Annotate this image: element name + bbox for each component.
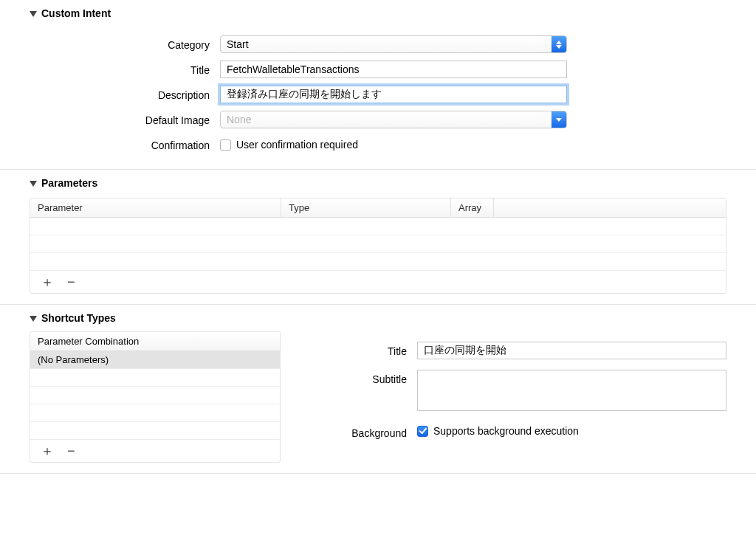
shortcut-types-header[interactable]: Shortcut Types — [30, 309, 726, 328]
disclosure-triangle-icon — [30, 316, 37, 322]
shortcut-background-label: Background — [295, 424, 417, 439]
category-value: Start — [221, 36, 551, 52]
shortcut-title-label: Title — [295, 342, 417, 357]
remove-parameter-button[interactable]: − — [67, 275, 75, 289]
background-checkbox-label: Supports background execution — [433, 425, 579, 437]
shortcut-detail: Title Subtitle Background Supports backg… — [295, 331, 726, 449]
col-parameter[interactable]: Parameter — [30, 198, 281, 217]
default-image-popup[interactable]: None — [220, 111, 567, 128]
updown-icon — [551, 36, 566, 52]
confirmation-checkbox[interactable] — [220, 139, 231, 151]
category-popup[interactable]: Start — [220, 35, 567, 53]
col-array[interactable]: Array — [451, 198, 494, 217]
col-type[interactable]: Type — [281, 198, 451, 217]
background-checkbox[interactable] — [417, 426, 428, 437]
shortcut-subtitle-label: Subtitle — [295, 370, 417, 385]
shortcut-title-input[interactable] — [417, 342, 726, 359]
confirmation-checkbox-label: User confirmation required — [236, 139, 358, 151]
shortcut-types-section: Shortcut Types Parameter Combination (No… — [0, 305, 756, 474]
confirmation-label: Confirmation — [30, 136, 220, 151]
description-input[interactable] — [220, 86, 567, 103]
parameters-header[interactable]: Parameters — [30, 174, 726, 193]
parameters-table: Parameter Type Array ＋ − — [30, 198, 726, 294]
shortcut-row[interactable]: (No Parameters) — [30, 351, 280, 369]
shortcut-types-body[interactable]: (No Parameters) — [30, 351, 280, 440]
section-title: Shortcut Types — [41, 312, 116, 324]
parameters-table-body[interactable] — [30, 218, 726, 271]
disclosure-triangle-icon — [30, 181, 37, 187]
shortcut-types-table: Parameter Combination (No Parameters) ＋ … — [30, 331, 281, 463]
add-parameter-button[interactable]: ＋ — [41, 275, 54, 289]
shortcut-types-col-header[interactable]: Parameter Combination — [30, 332, 280, 351]
parameters-table-head: Parameter Type Array — [30, 198, 726, 218]
default-image-value: None — [221, 111, 551, 128]
title-input[interactable] — [220, 61, 567, 78]
custom-intent-header[interactable]: Custom Intent — [30, 4, 726, 24]
category-label: Category — [30, 35, 220, 51]
shortcut-subtitle-input[interactable] — [417, 370, 726, 411]
col-spacer — [494, 198, 726, 217]
disclosure-triangle-icon — [30, 11, 37, 17]
section-title: Custom Intent — [41, 7, 111, 19]
remove-shortcut-button[interactable]: − — [67, 444, 75, 458]
description-label: Description — [30, 86, 220, 101]
add-shortcut-button[interactable]: ＋ — [41, 444, 54, 458]
section-title: Parameters — [41, 177, 97, 189]
parameters-section: Parameters Parameter Type Array ＋ − — [0, 170, 756, 305]
default-image-label: Default Image — [30, 111, 220, 126]
title-label: Title — [30, 61, 220, 76]
chevron-down-icon — [551, 111, 566, 128]
custom-intent-section: Custom Intent Category Start Title Descr… — [0, 0, 756, 170]
